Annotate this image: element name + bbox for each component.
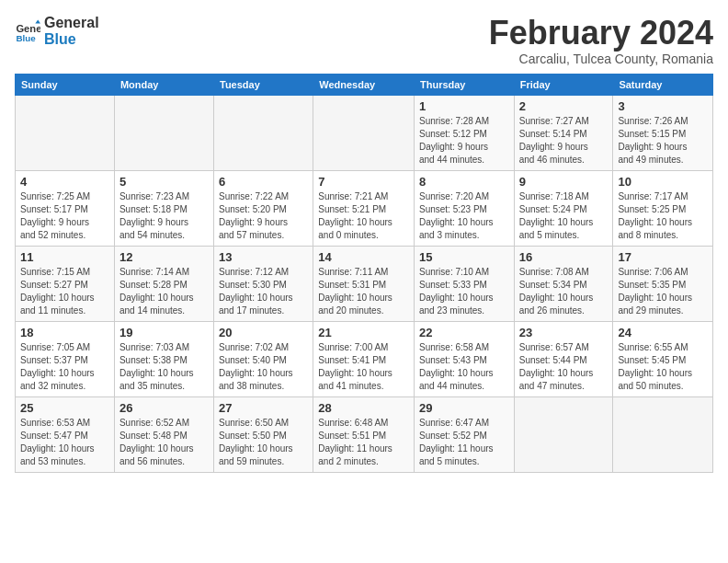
day-number: 28 (318, 401, 409, 415)
day-number: 27 (219, 401, 308, 415)
day-cell: 18Sunrise: 7:05 AM Sunset: 5:37 PM Dayli… (16, 321, 115, 396)
day-info: Sunrise: 7:03 AM Sunset: 5:38 PM Dayligh… (119, 341, 209, 393)
day-info: Sunrise: 6:55 AM Sunset: 5:45 PM Dayligh… (618, 341, 708, 393)
day-number: 17 (618, 250, 708, 264)
day-cell: 2Sunrise: 7:27 AM Sunset: 5:14 PM Daylig… (514, 95, 613, 170)
day-cell: 14Sunrise: 7:11 AM Sunset: 5:31 PM Dayli… (313, 246, 415, 321)
day-info: Sunrise: 6:58 AM Sunset: 5:43 PM Dayligh… (419, 341, 509, 393)
day-cell: 25Sunrise: 6:53 AM Sunset: 5:47 PM Dayli… (16, 396, 115, 472)
day-cell: 21Sunrise: 7:00 AM Sunset: 5:41 PM Dayli… (313, 321, 415, 396)
day-cell: 7Sunrise: 7:21 AM Sunset: 5:21 PM Daylig… (313, 170, 415, 246)
day-info: Sunrise: 7:27 AM Sunset: 5:14 PM Dayligh… (519, 115, 609, 167)
day-number: 12 (119, 250, 209, 264)
week-row-1: 4Sunrise: 7:25 AM Sunset: 5:17 PM Daylig… (16, 170, 713, 246)
day-info: Sunrise: 7:02 AM Sunset: 5:40 PM Dayligh… (219, 341, 308, 393)
day-cell (16, 95, 115, 170)
day-number: 25 (20, 401, 109, 415)
day-info: Sunrise: 7:20 AM Sunset: 5:23 PM Dayligh… (419, 190, 509, 242)
week-row-0: 1Sunrise: 7:28 AM Sunset: 5:12 PM Daylig… (16, 95, 713, 170)
day-cell: 20Sunrise: 7:02 AM Sunset: 5:40 PM Dayli… (214, 321, 313, 396)
day-cell (214, 95, 313, 170)
day-number: 19 (119, 326, 209, 339)
column-header-saturday: Saturday (613, 74, 713, 95)
column-header-sunday: Sunday (16, 74, 115, 95)
day-info: Sunrise: 7:11 AM Sunset: 5:31 PM Dayligh… (318, 266, 409, 317)
day-info: Sunrise: 7:23 AM Sunset: 5:18 PM Dayligh… (119, 190, 209, 242)
svg-marker-2 (35, 19, 40, 23)
day-cell: 26Sunrise: 6:52 AM Sunset: 5:48 PM Dayli… (114, 396, 213, 472)
column-header-thursday: Thursday (414, 74, 514, 95)
day-cell: 12Sunrise: 7:14 AM Sunset: 5:28 PM Dayli… (114, 246, 213, 321)
day-number: 8 (419, 175, 509, 189)
day-number: 14 (318, 250, 409, 264)
day-cell: 27Sunrise: 6:50 AM Sunset: 5:50 PM Dayli… (214, 396, 313, 472)
month-title: February 2024 (489, 15, 713, 52)
day-number: 22 (419, 326, 509, 339)
location-title: Carcaliu, Tulcea County, Romania (489, 52, 713, 66)
day-info: Sunrise: 7:14 AM Sunset: 5:28 PM Dayligh… (119, 266, 209, 317)
day-number: 5 (119, 175, 209, 189)
logo-general: General (44, 15, 99, 31)
day-info: Sunrise: 7:22 AM Sunset: 5:20 PM Dayligh… (219, 190, 308, 242)
day-number: 9 (519, 175, 609, 189)
day-number: 26 (119, 401, 209, 415)
day-info: Sunrise: 7:10 AM Sunset: 5:33 PM Dayligh… (419, 266, 509, 317)
day-number: 11 (20, 250, 109, 264)
day-info: Sunrise: 7:21 AM Sunset: 5:21 PM Dayligh… (318, 190, 409, 242)
column-header-tuesday: Tuesday (214, 74, 313, 95)
day-info: Sunrise: 7:18 AM Sunset: 5:24 PM Dayligh… (519, 190, 609, 242)
column-header-friday: Friday (514, 74, 613, 95)
day-cell: 4Sunrise: 7:25 AM Sunset: 5:17 PM Daylig… (16, 170, 115, 246)
day-info: Sunrise: 6:48 AM Sunset: 5:51 PM Dayligh… (318, 417, 409, 468)
day-number: 1 (419, 99, 509, 113)
day-cell: 29Sunrise: 6:47 AM Sunset: 5:52 PM Dayli… (414, 396, 514, 472)
day-info: Sunrise: 7:26 AM Sunset: 5:15 PM Dayligh… (618, 115, 708, 167)
day-number: 24 (618, 326, 708, 339)
day-cell (514, 396, 613, 472)
day-cell: 6Sunrise: 7:22 AM Sunset: 5:20 PM Daylig… (214, 170, 313, 246)
day-cell: 8Sunrise: 7:20 AM Sunset: 5:23 PM Daylig… (414, 170, 514, 246)
day-cell: 23Sunrise: 6:57 AM Sunset: 5:44 PM Dayli… (514, 321, 613, 396)
day-cell: 22Sunrise: 6:58 AM Sunset: 5:43 PM Dayli… (414, 321, 514, 396)
day-cell: 16Sunrise: 7:08 AM Sunset: 5:34 PM Dayli… (514, 246, 613, 321)
day-number: 20 (219, 326, 308, 339)
day-cell (114, 95, 213, 170)
title-block: February 2024 Carcaliu, Tulcea County, R… (489, 15, 713, 66)
day-cell: 19Sunrise: 7:03 AM Sunset: 5:38 PM Dayli… (114, 321, 213, 396)
day-info: Sunrise: 6:50 AM Sunset: 5:50 PM Dayligh… (219, 417, 308, 468)
day-cell: 28Sunrise: 6:48 AM Sunset: 5:51 PM Dayli… (313, 396, 415, 472)
day-number: 21 (318, 326, 409, 339)
day-info: Sunrise: 6:53 AM Sunset: 5:47 PM Dayligh… (20, 417, 109, 468)
day-info: Sunrise: 7:17 AM Sunset: 5:25 PM Dayligh… (618, 190, 708, 242)
day-info: Sunrise: 7:06 AM Sunset: 5:35 PM Dayligh… (618, 266, 708, 317)
day-number: 23 (519, 326, 609, 339)
day-cell (313, 95, 415, 170)
day-info: Sunrise: 6:47 AM Sunset: 5:52 PM Dayligh… (419, 417, 509, 468)
day-info: Sunrise: 6:52 AM Sunset: 5:48 PM Dayligh… (119, 417, 209, 468)
calendar-table: SundayMondayTuesdayWednesdayThursdayFrid… (15, 74, 713, 473)
day-info: Sunrise: 6:57 AM Sunset: 5:44 PM Dayligh… (519, 341, 609, 393)
week-row-4: 25Sunrise: 6:53 AM Sunset: 5:47 PM Dayli… (16, 396, 713, 472)
day-cell: 1Sunrise: 7:28 AM Sunset: 5:12 PM Daylig… (414, 95, 514, 170)
day-cell: 15Sunrise: 7:10 AM Sunset: 5:33 PM Dayli… (414, 246, 514, 321)
day-number: 6 (219, 175, 308, 189)
day-info: Sunrise: 7:15 AM Sunset: 5:27 PM Dayligh… (20, 266, 109, 317)
day-info: Sunrise: 7:08 AM Sunset: 5:34 PM Dayligh… (519, 266, 609, 317)
day-info: Sunrise: 7:00 AM Sunset: 5:41 PM Dayligh… (318, 341, 409, 393)
logo-icon: General Blue (15, 18, 40, 44)
day-number: 10 (618, 175, 708, 189)
week-row-3: 18Sunrise: 7:05 AM Sunset: 5:37 PM Dayli… (16, 321, 713, 396)
day-cell: 10Sunrise: 7:17 AM Sunset: 5:25 PM Dayli… (613, 170, 713, 246)
day-cell: 11Sunrise: 7:15 AM Sunset: 5:27 PM Dayli… (16, 246, 115, 321)
svg-text:Blue: Blue (16, 33, 36, 43)
day-cell: 9Sunrise: 7:18 AM Sunset: 5:24 PM Daylig… (514, 170, 613, 246)
day-cell: 13Sunrise: 7:12 AM Sunset: 5:30 PM Dayli… (214, 246, 313, 321)
logo: General Blue General Blue (15, 15, 99, 47)
header-row: SundayMondayTuesdayWednesdayThursdayFrid… (16, 74, 713, 95)
day-number: 29 (419, 401, 509, 415)
day-cell: 5Sunrise: 7:23 AM Sunset: 5:18 PM Daylig… (114, 170, 213, 246)
day-info: Sunrise: 7:12 AM Sunset: 5:30 PM Dayligh… (219, 266, 308, 317)
day-number: 7 (318, 175, 409, 189)
day-info: Sunrise: 7:28 AM Sunset: 5:12 PM Dayligh… (419, 115, 509, 167)
day-cell: 3Sunrise: 7:26 AM Sunset: 5:15 PM Daylig… (613, 95, 713, 170)
